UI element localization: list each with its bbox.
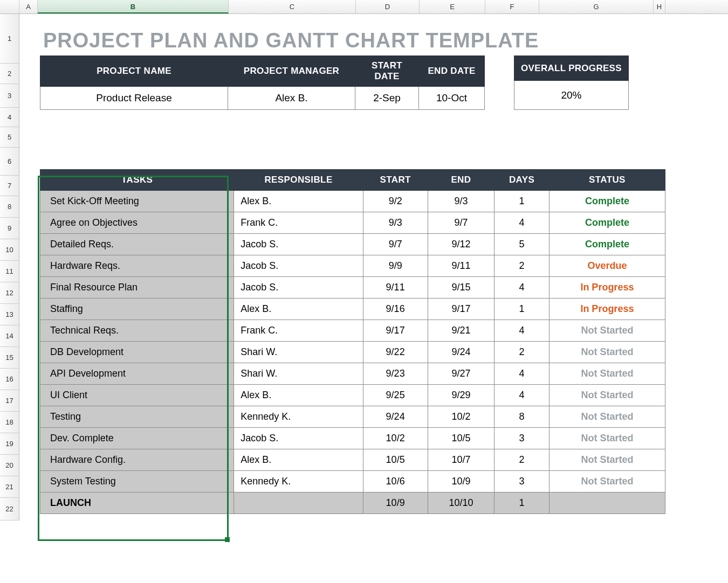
cell-start[interactable]: 9/3	[363, 212, 428, 234]
cell-task-name[interactable]: Staffing	[40, 299, 234, 320]
cell-days[interactable]: 4	[495, 277, 549, 299]
cell-task-name[interactable]: Set Kick-Off Meeting	[40, 191, 234, 212]
cell-end[interactable]: 9/24	[428, 342, 495, 363]
cell-start[interactable]: 9/22	[363, 342, 428, 363]
cell-status[interactable]: In Progress	[549, 277, 665, 299]
row-header-7[interactable]: 7	[0, 176, 19, 196]
cell-start[interactable]: 10/6	[363, 471, 428, 492]
cell-task-name[interactable]: Agree on Objectives	[40, 212, 234, 234]
cell-start[interactable]: 10/9	[363, 492, 428, 514]
cell-end[interactable]: 9/15	[428, 277, 495, 299]
selection-fill-handle[interactable]	[225, 537, 230, 542]
cell-end[interactable]: 9/21	[428, 320, 495, 342]
row-header-1[interactable]: 1	[0, 14, 19, 64]
cell-days[interactable]: 8	[495, 406, 549, 428]
cell-end[interactable]: 9/7	[428, 212, 495, 234]
cell-start[interactable]: 9/9	[363, 255, 428, 277]
cell-start[interactable]: 9/7	[363, 234, 428, 255]
cell-overall-progress[interactable]: 20%	[514, 81, 629, 110]
cell-status[interactable]: Complete	[549, 234, 665, 255]
cell-days[interactable]: 3	[495, 471, 549, 492]
cell-days[interactable]: 4	[495, 363, 549, 385]
row-header-17[interactable]: 17	[0, 390, 19, 412]
cell-status[interactable]: Not Started	[549, 363, 665, 385]
cell-responsible[interactable]: Jacob S.	[234, 277, 363, 299]
row-header-10[interactable]: 10	[0, 239, 19, 261]
row-header-11[interactable]: 11	[0, 261, 19, 282]
row-header-13[interactable]: 13	[0, 304, 19, 325]
col-header-E[interactable]: E	[420, 0, 485, 13]
cell-start[interactable]: 9/23	[363, 363, 428, 385]
cell-status[interactable]: In Progress	[549, 299, 665, 320]
row-header-6[interactable]: 6	[0, 148, 19, 176]
cell-responsible[interactable]: Frank C.	[234, 320, 363, 342]
cell-responsible[interactable]: Kennedy K.	[234, 406, 363, 428]
cell-status[interactable]: Not Started	[549, 428, 665, 449]
cell-days[interactable]: 4	[495, 320, 549, 342]
cell-responsible[interactable]: Kennedy K.	[234, 471, 363, 492]
cell-end[interactable]: 9/3	[428, 191, 495, 212]
col-header-G[interactable]: G	[539, 0, 654, 13]
cell-task-name[interactable]: LAUNCH	[40, 492, 234, 514]
col-header-H[interactable]: H	[654, 0, 665, 13]
cell-responsible[interactable]: Alex B.	[234, 449, 363, 471]
cell-end[interactable]: 10/7	[428, 449, 495, 471]
row-header-15[interactable]: 15	[0, 347, 19, 369]
cell-status[interactable]: Not Started	[549, 449, 665, 471]
cell-responsible[interactable]: Alex B.	[234, 191, 363, 212]
cell-responsible[interactable]: Jacob S.	[234, 255, 363, 277]
cell-task-name[interactable]: Hardware Reqs.	[40, 255, 234, 277]
select-all-corner[interactable]	[0, 0, 19, 13]
cell-end[interactable]: 10/5	[428, 428, 495, 449]
cell-responsible[interactable]	[234, 492, 363, 514]
col-header-A[interactable]: A	[19, 0, 38, 13]
row-header-5[interactable]: 5	[0, 127, 19, 148]
cell-task-name[interactable]: Hardware Config.	[40, 449, 234, 471]
cell-days[interactable]: 1	[495, 492, 549, 514]
row-header-18[interactable]: 18	[0, 412, 19, 433]
cell-end[interactable]: 9/29	[428, 385, 495, 406]
cell-end[interactable]: 10/2	[428, 406, 495, 428]
cell-start[interactable]: 10/5	[363, 449, 428, 471]
cell-days[interactable]: 1	[495, 191, 549, 212]
row-header-4[interactable]: 4	[0, 108, 19, 127]
cell-project-name[interactable]: Product Release	[40, 87, 228, 110]
cell-days[interactable]: 2	[495, 255, 549, 277]
row-header-16[interactable]: 16	[0, 369, 19, 390]
cell-status[interactable]: Not Started	[549, 471, 665, 492]
cell-days[interactable]: 5	[495, 234, 549, 255]
cell-days[interactable]: 2	[495, 342, 549, 363]
cell-end[interactable]: 10/9	[428, 471, 495, 492]
row-header-12[interactable]: 12	[0, 282, 19, 304]
cell-start[interactable]: 9/25	[363, 385, 428, 406]
row-header-14[interactable]: 14	[0, 325, 19, 347]
cell-end[interactable]: 9/11	[428, 255, 495, 277]
col-header-F[interactable]: F	[485, 0, 539, 13]
cell-start[interactable]: 9/17	[363, 320, 428, 342]
cell-days[interactable]: 2	[495, 449, 549, 471]
row-header-22[interactable]: 22	[0, 498, 19, 520]
cell-responsible[interactable]: Jacob S.	[234, 234, 363, 255]
col-header-C[interactable]: C	[229, 0, 356, 13]
cell-start-date[interactable]: 2-Sep	[355, 87, 419, 110]
cell-responsible[interactable]: Shari W.	[234, 363, 363, 385]
cell-status[interactable]: Complete	[549, 191, 665, 212]
row-header-2[interactable]: 2	[0, 64, 19, 84]
cell-end-date[interactable]: 10-Oct	[419, 87, 485, 110]
cell-responsible[interactable]: Alex B.	[234, 385, 363, 406]
cell-task-name[interactable]: Detailed Reqs.	[40, 234, 234, 255]
cell-task-name[interactable]: Technical Reqs.	[40, 320, 234, 342]
cell-days[interactable]: 4	[495, 212, 549, 234]
cell-start[interactable]: 10/2	[363, 428, 428, 449]
cell-responsible[interactable]: Alex B.	[234, 299, 363, 320]
cell-start[interactable]: 9/16	[363, 299, 428, 320]
cell-status[interactable]: Not Started	[549, 406, 665, 428]
row-header-8[interactable]: 8	[0, 196, 19, 218]
cell-start[interactable]: 9/24	[363, 406, 428, 428]
cell-days[interactable]: 3	[495, 428, 549, 449]
cell-responsible[interactable]: Frank C.	[234, 212, 363, 234]
col-header-B[interactable]: B	[38, 0, 229, 13]
cell-status[interactable]: Not Started	[549, 342, 665, 363]
col-header-D[interactable]: D	[356, 0, 420, 13]
cell-status[interactable]	[549, 492, 665, 514]
